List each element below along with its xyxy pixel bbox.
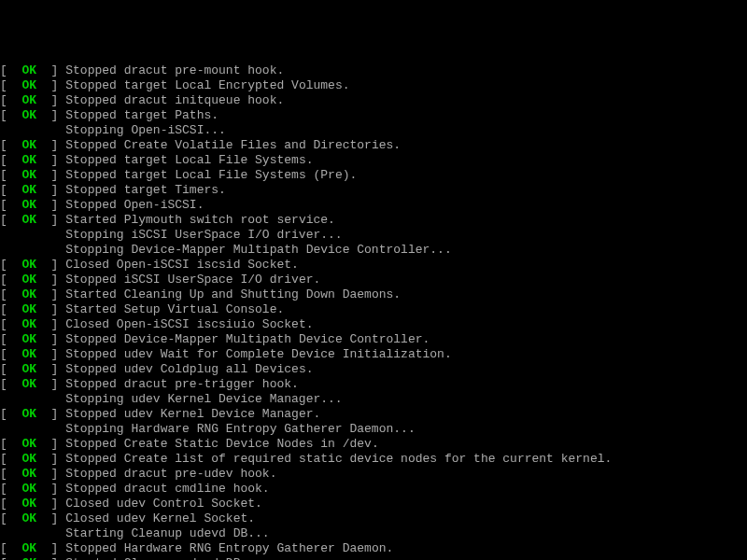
bracket-close: ]: [36, 556, 65, 560]
status-ok: OK: [21, 138, 36, 152]
bracket-open: [: [0, 377, 21, 391]
status-ok: OK: [21, 511, 36, 525]
bracket-close: ]: [36, 183, 65, 197]
status-ok: OK: [21, 93, 36, 107]
bracket-open: [: [0, 317, 21, 331]
status-ok: OK: [21, 377, 36, 391]
boot-message: Stopped target Timers.: [65, 183, 226, 197]
boot-line: [ OK ] Stopped dracut pre-trigger hook.: [0, 377, 747, 392]
bracket-close: ]: [36, 153, 65, 167]
boot-line: [ OK ] Stopped dracut pre-mount hook.: [0, 63, 747, 78]
boot-line: [ OK ] Stopped udev Kernel Device Manage…: [0, 407, 747, 422]
boot-line: Starting Cleanup udevd DB...: [0, 526, 747, 541]
bracket-open: [: [0, 93, 21, 107]
bracket-close: ]: [36, 273, 65, 287]
bracket-close: ]: [36, 198, 65, 212]
boot-message: Closed Open-iSCSI iscsiuio Socket.: [65, 317, 313, 331]
status-ok: OK: [21, 183, 36, 197]
bracket-close: ]: [36, 511, 65, 525]
boot-message: Starting Cleanup udevd DB...: [65, 526, 269, 540]
boot-message: Stopped dracut initqueue hook.: [65, 93, 284, 107]
status-ok: OK: [21, 258, 36, 272]
boot-line: [ OK ] Closed udev Kernel Socket.: [0, 511, 747, 526]
bracket-open: [: [0, 497, 21, 511]
boot-message: Stopping Device-Mapper Multipath Device …: [65, 243, 451, 257]
bracket-close: ]: [36, 437, 65, 451]
bracket-open: [: [0, 482, 21, 496]
status-ok: OK: [21, 287, 36, 301]
boot-line: [ OK ] Started Setup Virtual Console.: [0, 302, 747, 317]
boot-line: [ OK ] Stopped Hardware RNG Entropy Gath…: [0, 541, 747, 556]
boot-line: [ OK ] Closed Open-iSCSI iscsiuio Socket…: [0, 317, 747, 332]
boot-line: Stopping iSCSI UserSpace I/O driver...: [0, 228, 747, 243]
boot-message: Stopped dracut pre-mount hook.: [65, 63, 284, 77]
boot-line: [ OK ] Stopped udev Wait for Complete De…: [0, 347, 747, 362]
bracket-close: ]: [36, 168, 65, 182]
status-ok: OK: [21, 153, 36, 167]
boot-message: Stopped iSCSI UserSpace I/O driver.: [65, 273, 320, 287]
boot-message: Started Setup Virtual Console.: [65, 302, 284, 316]
boot-message: Stopping Hardware RNG Entropy Gatherer D…: [65, 422, 415, 436]
bracket-open: [: [0, 258, 21, 272]
bracket-open: [: [0, 452, 21, 466]
boot-message: Stopped Device-Mapper Multipath Device C…: [65, 332, 430, 346]
status-ok: OK: [21, 482, 36, 496]
boot-line: [ OK ] Stopped Create Static Device Node…: [0, 437, 747, 452]
boot-line: [ OK ] Closed Open-iSCSI iscsid Socket.: [0, 258, 747, 273]
bracket-close: ]: [36, 63, 65, 77]
bracket-open: [: [0, 407, 21, 421]
boot-line: [ OK ] Stopped udev Coldplug all Devices…: [0, 362, 747, 377]
bracket-close: ]: [36, 108, 65, 122]
bracket-open: [: [0, 302, 21, 316]
boot-message: Closed udev Control Socket.: [65, 497, 262, 511]
boot-line: [ OK ] Stopped Create Volatile Files and…: [0, 138, 747, 153]
boot-line: [ OK ] Started Cleaning Up and Shutting …: [0, 287, 747, 302]
bracket-close: ]: [36, 452, 65, 466]
boot-message: Stopped dracut cmdline hook.: [65, 482, 269, 496]
boot-line: Stopping Hardware RNG Entropy Gatherer D…: [0, 422, 747, 437]
boot-line: [ OK ] Started Cleanup udevd DB.: [0, 556, 747, 560]
bracket-close: ]: [36, 362, 65, 376]
status-ok: OK: [21, 78, 36, 92]
status-ok: OK: [21, 108, 36, 122]
boot-message: Stopped Open-iSCSI.: [65, 198, 204, 212]
boot-line: [ OK ] Stopped target Paths.: [0, 108, 747, 123]
bracket-open: [: [0, 287, 21, 301]
indent: [0, 392, 65, 406]
bracket-close: ]: [36, 541, 65, 555]
boot-message: Stopping iSCSI UserSpace I/O driver...: [65, 228, 342, 242]
status-ok: OK: [21, 556, 36, 560]
boot-line: [ OK ] Stopped target Timers.: [0, 183, 747, 198]
bracket-open: [: [0, 332, 21, 346]
bracket-close: ]: [36, 467, 65, 481]
status-ok: OK: [21, 497, 36, 511]
boot-message: Stopped Hardware RNG Entropy Gatherer Da…: [65, 541, 393, 555]
boot-line: [ OK ] Closed udev Control Socket.: [0, 497, 747, 511]
bracket-open: [: [0, 273, 21, 287]
bracket-close: ]: [36, 213, 65, 227]
status-ok: OK: [21, 213, 36, 227]
boot-message: Stopped target Paths.: [65, 108, 218, 122]
bracket-close: ]: [36, 407, 65, 421]
status-ok: OK: [21, 198, 36, 212]
boot-message: Stopped Create Static Device Nodes in /d…: [65, 437, 378, 451]
status-ok: OK: [21, 407, 36, 421]
bracket-open: [: [0, 213, 21, 227]
boot-message: Stopped udev Wait for Complete Device In…: [65, 347, 451, 361]
bracket-open: [: [0, 467, 21, 481]
bracket-open: [: [0, 183, 21, 197]
bracket-close: ]: [36, 287, 65, 301]
boot-log: [ OK ] Stopped dracut pre-mount hook.[ O…: [0, 63, 747, 560]
status-ok: OK: [21, 332, 36, 346]
bracket-open: [: [0, 108, 21, 122]
status-ok: OK: [21, 452, 36, 466]
boot-line: Stopping udev Kernel Device Manager...: [0, 392, 747, 407]
bracket-close: ]: [36, 347, 65, 361]
bracket-open: [: [0, 541, 21, 555]
bracket-open: [: [0, 78, 21, 92]
boot-message: Stopped target Local File Systems.: [65, 153, 313, 167]
boot-line: [ OK ] Stopped dracut cmdline hook.: [0, 482, 747, 497]
status-ok: OK: [21, 362, 36, 376]
indent: [0, 526, 65, 540]
boot-message: Stopping Open-iSCSI...: [65, 123, 226, 137]
